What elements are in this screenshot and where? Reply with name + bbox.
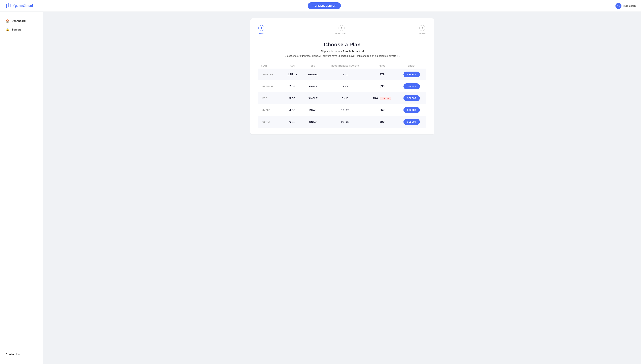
plan-players: 2 - 5 <box>324 80 367 92</box>
sidebar-item-dashboard-label: Dashboard <box>12 20 26 22</box>
logo: QubeCloud <box>5 3 33 9</box>
sidebar-item-servers-label: Servers <box>12 28 22 31</box>
table-row: REGULAR2 GBSINGLE2 - 5$39SELECT <box>258 80 426 92</box>
plan-name: REGULAR <box>258 80 282 92</box>
step-1: 1 Plan <box>258 25 264 35</box>
plan-name: STARTER <box>258 68 282 80</box>
create-server-button[interactable]: + CREATE SERVER <box>308 2 341 9</box>
steps-indicator: 1 Plan 2 Server details 3 Finalize <box>258 25 426 35</box>
plan-players: 20 - 30 <box>324 116 367 128</box>
plan-order: SELECT <box>397 80 426 92</box>
plan-players: 10 - 20 <box>324 104 367 116</box>
plan-name: ULTRA <box>258 116 282 128</box>
plan-players: 1 - 2 <box>324 68 367 80</box>
table-row: PRO3 GBSINGLE5 - 10$4425% OFFSELECT <box>258 92 426 104</box>
select-button-ultra[interactable]: SELECT <box>403 119 420 125</box>
plan-cpu: SHARED <box>302 68 323 80</box>
table-row: SUPER4 GBDUAL10 - 20$59SELECT <box>258 104 426 116</box>
logo-icon <box>5 3 12 9</box>
step-3-circle: 3 <box>419 25 425 31</box>
col-price: PRICE <box>367 63 397 68</box>
plan-cpu: SINGLE <box>302 80 323 92</box>
plan-price: $99 <box>367 116 397 128</box>
svg-rect-1 <box>8 3 9 7</box>
step-2-circle: 2 <box>339 25 345 31</box>
sidebar-nav: 🏠 Dashboard 🔒 Servers <box>0 17 43 350</box>
user-name: Kylo Spren <box>623 4 636 7</box>
col-plan: PLAN <box>258 63 282 68</box>
logo-text: QubeCloud <box>13 4 33 8</box>
user-area: KS Kylo Spren <box>615 3 636 9</box>
page-title: Choose a Plan <box>258 42 426 48</box>
main-content: 1 Plan 2 Server details 3 Finalize Choos… <box>44 12 641 364</box>
table-header-row: PLAN RAM CPU RECOMMENDED PLAYERS PRICE O… <box>258 63 426 68</box>
plan-ram: 3 GB <box>282 92 302 104</box>
layout: 🏠 Dashboard 🔒 Servers Contact Us 1 Plan … <box>0 12 641 364</box>
plan-price: $4425% OFF <box>367 92 397 104</box>
svg-rect-0 <box>6 4 7 8</box>
discount-badge: 25% OFF <box>380 96 391 100</box>
plan-cpu: QUAD <box>302 116 323 128</box>
plan-order: SELECT <box>397 104 426 116</box>
plan-players: 5 - 10 <box>324 92 367 104</box>
col-ram: RAM <box>282 63 302 68</box>
col-cpu: CPU <box>302 63 323 68</box>
select-button-super[interactable]: SELECT <box>403 107 420 113</box>
plan-order: SELECT <box>397 92 426 104</box>
select-button-regular[interactable]: SELECT <box>403 84 420 89</box>
contact-us-link[interactable]: Contact Us <box>0 350 43 359</box>
col-order: ORDER <box>397 63 426 68</box>
plan-ram: 1.75 GB <box>282 68 302 80</box>
plan-ram: 6 GB <box>282 116 302 128</box>
step-1-label: Plan <box>259 32 264 35</box>
servers-icon: 🔒 <box>6 28 9 32</box>
step-3: 3 Finalize <box>418 25 426 35</box>
plan-order: SELECT <box>397 116 426 128</box>
header: QubeCloud + CREATE SERVER KS Kylo Spren <box>0 0 641 12</box>
table-row: ULTRA6 GBQUAD20 - 30$99SELECT <box>258 116 426 128</box>
plan-name: SUPER <box>258 104 282 116</box>
plan-name: PRO <box>258 92 282 104</box>
plan-cpu: DUAL <box>302 104 323 116</box>
plan-price: $59 <box>367 104 397 116</box>
svg-rect-2 <box>10 4 11 7</box>
free-trial-text: free 24 hour trial <box>343 50 364 53</box>
step-line-1 <box>264 28 335 28</box>
plan-ram: 4 GB <box>282 104 302 116</box>
plan-ram: 2 GB <box>282 80 302 92</box>
plan-cpu: SINGLE <box>302 92 323 104</box>
plan-card: 1 Plan 2 Server details 3 Finalize Choos… <box>250 18 434 134</box>
home-icon: 🏠 <box>6 19 9 23</box>
col-players: RECOMMENDED PLAYERS <box>324 63 367 68</box>
plan-price: $29 <box>367 68 397 80</box>
sidebar-item-dashboard[interactable]: 🏠 Dashboard <box>3 17 41 25</box>
select-button-pro[interactable]: SELECT <box>403 95 420 101</box>
step-line-2 <box>348 28 418 28</box>
user-avatar: KS <box>615 3 621 9</box>
step-3-label: Finalize <box>418 32 426 35</box>
sidebar: 🏠 Dashboard 🔒 Servers Contact Us <box>0 12 44 364</box>
step-2-label: Server details <box>335 32 348 35</box>
table-row: STARTER1.75 GBSHARED1 - 2$29SELECT <box>258 68 426 80</box>
plan-order: SELECT <box>397 68 426 80</box>
step-1-circle: 1 <box>258 25 264 31</box>
plans-table: PLAN RAM CPU RECOMMENDED PLAYERS PRICE O… <box>258 63 426 128</box>
subtitle-prefix: All plans include a <box>321 50 343 53</box>
select-button-starter[interactable]: SELECT <box>403 72 420 78</box>
sidebar-item-servers[interactable]: 🔒 Servers <box>3 26 41 34</box>
step-2: 2 Server details <box>335 25 348 35</box>
plan-subtitle: All plans include a free 24 hour trial <box>258 50 426 53</box>
plan-description: Select one of our preset plans. All serv… <box>258 54 426 57</box>
plan-price: $39 <box>367 80 397 92</box>
